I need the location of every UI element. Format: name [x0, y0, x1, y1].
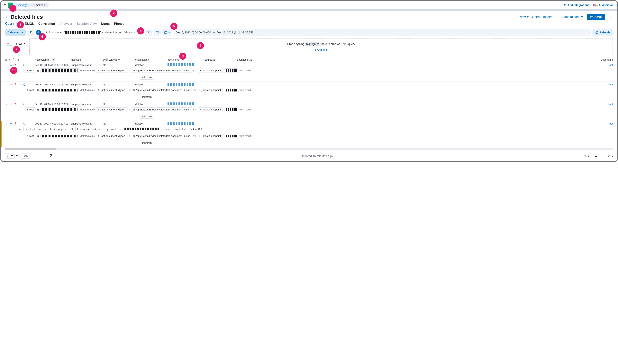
cell-message[interactable]: Endpoint file event	[71, 83, 101, 86]
add-field-button[interactable]: + Add field	[315, 48, 328, 52]
process-pill[interactable]: >_elastic-endpoint	[198, 88, 223, 92]
cell-message[interactable]: Endpoint file event	[71, 64, 101, 66]
col-header-action[interactable]: event.action	[135, 58, 165, 61]
file-pill[interactable]: 🗎last-document-id.json	[96, 68, 127, 73]
user-pill[interactable]: ♔root	[25, 68, 35, 73]
cell-timestamp[interactable]: Dec 13, 2023 @ 11:30:39.272	[34, 103, 69, 105]
expand-icon[interactable]: ↔	[4, 63, 8, 67]
more-icon[interactable]: ⋯	[19, 122, 22, 125]
hamburger-menu-icon[interactable]: ≡	[3, 3, 8, 7]
favorite-star-icon[interactable]: ☆	[5, 15, 8, 19]
file-pill[interactable]: 🗎last-document-id.json	[96, 107, 127, 112]
pin-icon[interactable]: 📍	[14, 103, 17, 105]
gear-icon[interactable]: ⚙	[9, 58, 11, 61]
result-pill[interactable]: unknown	[140, 75, 153, 79]
result-pill[interactable]: unknown	[140, 95, 153, 99]
cube-icon[interactable]: ⬡	[23, 122, 26, 125]
more-icon[interactable]: ⋯	[19, 83, 22, 86]
cell-user[interactable]: root	[609, 64, 613, 66]
filter-dropdown[interactable]: Filter	[14, 41, 27, 46]
path-pill[interactable]: 🗎/opt/Elastic/Endpoint/state/last-docume…	[131, 107, 192, 112]
attach-to-case-button[interactable]: Attach to case	[561, 15, 583, 19]
note-icon[interactable]: ▭	[10, 103, 12, 105]
cell-message[interactable]: Endpoint file event	[71, 122, 101, 125]
cell-host[interactable]	[167, 103, 203, 106]
path-pill[interactable]: 🗎/opt/Elastic/Endpoint/state/last-docume…	[131, 68, 192, 73]
breadcrumb-timelines[interactable]: Timelines	[30, 3, 47, 7]
columns-icon[interactable]: ▦	[5, 58, 7, 61]
process-pill[interactable]: >_elastic-endpoint	[198, 134, 223, 138]
col-header-dest-ip[interactable]: destination.ip	[237, 58, 267, 61]
save-button[interactable]: Save	[587, 14, 605, 20]
cell-message[interactable]: Endpoint file event	[71, 103, 101, 105]
host-pill[interactable]	[41, 107, 79, 112]
query-input[interactable]: host.name : "" and event.action : "delet…	[42, 29, 138, 35]
host-pill[interactable]	[41, 134, 79, 138]
user-pill[interactable]: ♔root	[25, 134, 35, 138]
cell-user[interactable]: root	[609, 103, 613, 105]
note-icon[interactable]: ▭	[10, 64, 12, 66]
cell-action[interactable]: deletion	[135, 122, 165, 125]
inspect-button[interactable]: Inspect	[543, 15, 553, 19]
expand-icon[interactable]: ↔	[4, 102, 8, 106]
refresh-button[interactable]: Refresh	[592, 29, 613, 36]
ip-pill[interactable]	[224, 107, 238, 112]
open-button[interactable]: Open	[532, 15, 540, 19]
rule-pill[interactable]: Custom Rule	[187, 127, 205, 131]
prev-page-button[interactable]: ‹	[581, 154, 582, 157]
breadcrumb-security[interactable]: Security	[14, 3, 29, 7]
col-header-user[interactable]: user.name	[601, 58, 613, 61]
cell-category[interactable]: file	[103, 122, 133, 125]
result-pill[interactable]: unknown	[140, 114, 153, 119]
filter-funnel-button[interactable]	[27, 29, 34, 36]
cell-timestamp[interactable]: Dec 13, 2023 @ 11:30:32.401	[34, 122, 69, 125]
date-quick-button[interactable]	[162, 29, 172, 36]
cell-category[interactable]: file	[103, 103, 133, 105]
cell-host[interactable]	[167, 122, 203, 125]
cell-action[interactable]: deletion	[135, 83, 165, 86]
col-header-timestamp[interactable]: @timestamp ↓ 1	[34, 58, 69, 61]
date-range-input[interactable]: Dec 6, 2023 @ 00:00:00.000 → Dec 13, 202…	[174, 29, 591, 36]
save-query-button[interactable]	[154, 29, 161, 36]
cube-icon[interactable]: ⬡	[23, 64, 26, 66]
cube-icon[interactable]: ⬡	[23, 83, 26, 86]
ip-pill[interactable]	[224, 134, 238, 138]
cell-action[interactable]: deletion	[135, 64, 165, 66]
add-integrations-link[interactable]: ⊞ Add integrations	[564, 3, 589, 7]
host-pill[interactable]	[41, 88, 79, 92]
path-pill[interactable]: 🗎/opt/Elastic/Endpoint/state/last-docume…	[131, 88, 192, 92]
query-settings-button[interactable]	[145, 29, 152, 36]
ai-assistant-link[interactable]: AI Assistant	[593, 3, 615, 7]
col-header-message[interactable]: message	[71, 58, 101, 61]
note-icon[interactable]: ▭	[10, 83, 12, 86]
expand-icon[interactable]: ↔	[4, 82, 8, 87]
tab-esql[interactable]: ES|QL	[25, 22, 34, 27]
cell-timestamp[interactable]: Dec 13, 2023 @ 11:31:39.366	[34, 64, 69, 66]
cell-host[interactable]	[167, 83, 203, 86]
pin-icon[interactable]: 📍	[14, 64, 17, 66]
page-number[interactable]: 5	[599, 154, 600, 157]
cube-icon[interactable]: ⬡	[23, 103, 26, 105]
note-icon[interactable]: ▭	[10, 122, 12, 125]
cell-host[interactable]	[167, 63, 203, 67]
tab-pinned[interactable]: Pinned	[114, 22, 124, 27]
cell-user[interactable]: root	[609, 83, 613, 86]
fullscreen-icon[interactable]: ⛶	[13, 58, 15, 61]
user-pill[interactable]: ♔root	[25, 107, 35, 112]
host-pill[interactable]	[41, 68, 79, 73]
tab-analyzer[interactable]: Analyzer	[59, 22, 72, 27]
process-pill[interactable]: >_elastic-endpoint	[198, 68, 223, 73]
page-size-selector[interactable]: 25	[5, 153, 15, 158]
sort-icon[interactable]: ⇅	[17, 58, 19, 61]
tab-notes[interactable]: Notes	[101, 22, 110, 27]
user-pill[interactable]: ♔root	[25, 88, 35, 92]
more-icon[interactable]: ⋯	[19, 103, 22, 105]
cell-action[interactable]: deletion	[135, 103, 165, 105]
page-number[interactable]: 1	[584, 154, 586, 157]
user-pill[interactable]: root	[110, 127, 117, 131]
host-pill[interactable]	[123, 127, 162, 131]
tab-session-view[interactable]: Session View	[77, 22, 97, 27]
file-pill[interactable]: last-document-id.json	[75, 127, 103, 131]
cell-category[interactable]: file	[103, 83, 133, 86]
path-pill[interactable]: 🗎/opt/Elastic/Endpoint/state/last-docume…	[131, 134, 192, 138]
